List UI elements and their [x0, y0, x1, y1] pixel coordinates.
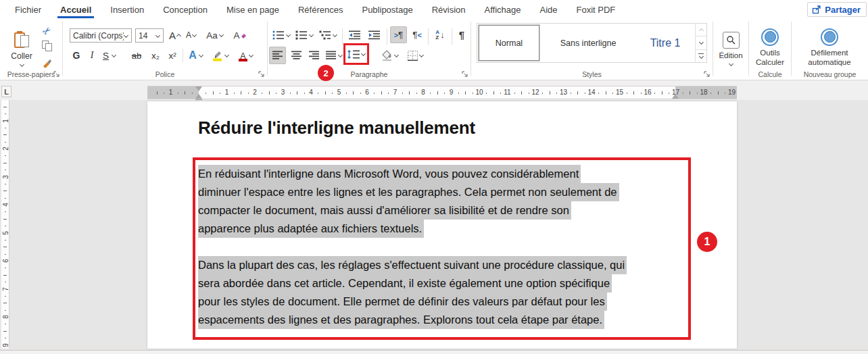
ruler-number: 16	[644, 88, 651, 96]
justify-button[interactable]	[323, 47, 345, 64]
grow-font-button[interactable]: A	[168, 27, 183, 43]
document-line: Dans la plupart des cas, les réglages s'…	[198, 256, 688, 274]
ruler-tick	[598, 93, 599, 94]
selected-line-text[interactable]: compacter le document, mais aussi d'amél…	[198, 201, 571, 220]
tab-stop-selector[interactable]: L	[1, 86, 11, 97]
selected-line-text[interactable]: espacements des lignes et des paragraphe…	[198, 311, 604, 329]
subscript-button[interactable]: x₂	[148, 47, 163, 64]
ruler-tick	[5, 113, 6, 114]
cut-scissors-icon: ✂	[39, 24, 53, 39]
ruler-tick	[409, 91, 410, 95]
tab-references[interactable]: Références	[289, 0, 352, 19]
cut-button[interactable]: ✂	[38, 24, 55, 38]
selected-line-text[interactable]: diminuer l'espace entre les lignes et le…	[198, 183, 619, 201]
line-spacing-button[interactable]	[347, 49, 366, 59]
copy-button[interactable]	[38, 39, 55, 53]
highlight-button[interactable]	[209, 47, 232, 64]
text-effects-button[interactable]: A	[186, 47, 206, 64]
underline-icon: S	[103, 51, 109, 61]
line-spacing-icon	[347, 49, 360, 59]
tab-mise-en-page[interactable]: Mise en page	[217, 0, 289, 19]
ruler-number: 2	[253, 88, 257, 96]
superscript-button[interactable]: x²	[165, 47, 180, 64]
ltr-text-direction-button[interactable]: >¶	[390, 26, 407, 43]
numbering-button[interactable]	[293, 27, 315, 43]
align-center-button[interactable]	[288, 47, 304, 64]
align-left-button[interactable]	[269, 47, 286, 64]
multilevel-list-button[interactable]	[316, 27, 339, 43]
style-normal[interactable]: Normal	[479, 25, 539, 61]
ruler-number: 9	[450, 88, 454, 96]
font-dialog-launcher[interactable]	[258, 71, 265, 78]
clear-formatting-button[interactable]: A	[232, 27, 248, 43]
calc-tools-button[interactable]: Outils Calculer	[752, 24, 788, 70]
font-color-button[interactable]: ​A	[235, 47, 258, 64]
tab-insertion[interactable]: Insertion	[101, 0, 153, 19]
underline-chevron	[112, 53, 116, 57]
paragraph-dialog-launcher[interactable]	[462, 71, 468, 78]
format-painter-button[interactable]	[38, 55, 55, 70]
tab-accueil[interactable]: Accueil	[51, 0, 101, 19]
grow-caret-icon	[176, 33, 181, 37]
tab-conception[interactable]: Conception	[153, 0, 217, 19]
ruler-tick	[683, 93, 683, 94]
tab-aide[interactable]: Aide	[530, 0, 566, 19]
editing-group: Édition	[713, 19, 748, 80]
clipboard-dialog-launcher[interactable]	[53, 71, 60, 78]
styles-more-button[interactable]	[696, 50, 706, 62]
shading-button[interactable]	[379, 47, 402, 64]
clipboard-group: Coller ✂ Presse-papiers	[0, 19, 62, 80]
ruler-tick	[213, 91, 214, 95]
bullets-button[interactable]	[270, 27, 292, 43]
increase-indent-button[interactable]	[366, 27, 383, 43]
show-formatting-marks-button[interactable]: ¶	[455, 26, 468, 43]
strikethrough-button[interactable]: ab	[128, 47, 145, 64]
bold-button[interactable]: G	[70, 47, 83, 64]
tab-publipostage[interactable]: Publipostage	[352, 0, 422, 19]
ruler-tick	[416, 93, 417, 94]
sort-button[interactable]: AZ ↓	[431, 26, 449, 43]
selected-line-text[interactable]: sera abordée dans cet article. Cependant…	[198, 274, 612, 293]
paste-button[interactable]: Coller	[7, 24, 37, 73]
decrease-indent-button[interactable]	[346, 27, 364, 43]
rtl-text-direction-button[interactable]: ¶<	[409, 26, 425, 43]
ruler-tick	[697, 93, 698, 94]
tab-fichier[interactable]: Fichier	[5, 0, 51, 19]
change-case-button[interactable]: Aa	[204, 27, 226, 43]
ruler-tick	[5, 184, 6, 184]
ruler-number: 13	[560, 88, 567, 96]
shrink-font-button[interactable]: A	[184, 27, 199, 43]
ruler-tick	[3, 331, 7, 332]
auto-scroll-button[interactable]: Défilement automatique	[798, 24, 861, 70]
document-page[interactable]: Réduire l'interligne manuellement En réd…	[147, 101, 737, 349]
align-right-button[interactable]	[306, 47, 322, 64]
selected-line-text[interactable]: apparence plus adaptée aux fichiers text…	[198, 220, 424, 238]
underline-button[interactable]: S	[99, 47, 120, 64]
selected-line-text[interactable]: pour les styles de document. Elle permet…	[198, 293, 607, 311]
font-size-combo[interactable]: 14	[135, 28, 164, 43]
line-spacing-chevron	[361, 52, 366, 56]
style-no-spacing[interactable]: Sans interligne	[545, 25, 631, 61]
first-line-indent-marker[interactable]	[195, 86, 202, 91]
ruler-tick	[500, 93, 501, 94]
styles-scroll-down-button[interactable]	[696, 36, 706, 49]
font-name-combo[interactable]: Calibri (Corps)	[70, 28, 132, 43]
italic-button[interactable]: I	[86, 47, 98, 64]
share-button[interactable]: Partager	[807, 2, 867, 17]
tab-affichage[interactable]: Affichage	[475, 0, 531, 19]
tab-foxit-pdf[interactable]: Foxit PDF	[567, 0, 625, 19]
styles-dialog-launcher[interactable]	[704, 71, 710, 78]
borders-button[interactable]	[404, 47, 427, 64]
hanging-indent-marker[interactable]	[195, 94, 202, 99]
editing-button[interactable]: Édition	[716, 24, 746, 73]
font-color-chevron	[249, 53, 254, 57]
style-heading-1[interactable]: Titre 1	[635, 25, 695, 61]
tab-revision[interactable]: Révision	[423, 0, 475, 19]
selected-text: En réduisant l'interligne dans Microsoft…	[198, 165, 688, 329]
selected-line-text[interactable]: En réduisant l'interligne dans Microsoft…	[198, 165, 581, 183]
selected-line-text[interactable]: Dans la plupart des cas, les réglages s'…	[198, 256, 627, 274]
document-title[interactable]: Réduire l'interligne manuellement	[198, 118, 475, 138]
ruler-tick	[571, 93, 571, 94]
ruler-tick	[157, 91, 158, 95]
styles-scroll-up-button[interactable]	[696, 24, 706, 36]
